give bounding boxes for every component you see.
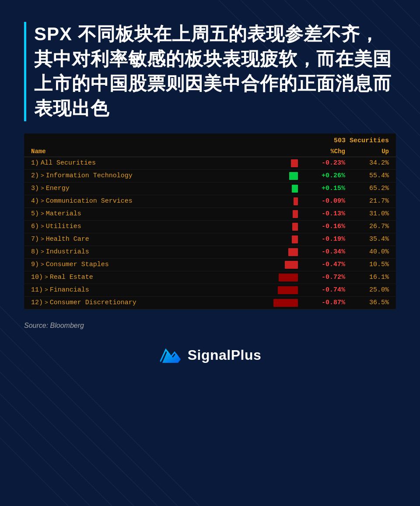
performance-bar bbox=[278, 286, 298, 294]
source-citation: Source: Bloomberg bbox=[24, 322, 396, 330]
row-sector-name: Consumer Staples bbox=[46, 261, 109, 268]
performance-bar bbox=[294, 197, 298, 205]
column-headers: Name %Chg Up bbox=[24, 146, 396, 157]
row-pct-cell: -0.13% bbox=[301, 210, 345, 218]
row-number: 10) bbox=[31, 274, 43, 281]
col-up-header: Up bbox=[345, 148, 389, 155]
row-bar-cell bbox=[249, 286, 301, 294]
row-number: 9) bbox=[31, 261, 39, 268]
row-pct-cell: -0.72% bbox=[301, 274, 345, 281]
table-row: 6) > Utilities-0.16%26.7% bbox=[24, 221, 396, 233]
row-arrow-icon: > bbox=[41, 223, 44, 230]
row-name-cell: 6) > Utilities bbox=[31, 223, 249, 230]
row-arrow-icon: > bbox=[41, 236, 44, 242]
table-row: 4) > Communication Services-0.09%21.7% bbox=[24, 195, 396, 208]
table-row: 5) > Materials-0.13%31.0% bbox=[24, 208, 396, 221]
row-pct-cell: -0.23% bbox=[301, 159, 345, 167]
row-arrow-icon: > bbox=[41, 198, 44, 204]
table-row: 2) > Information Technology+0.26%55.4% bbox=[24, 170, 396, 183]
row-up-cell: 26.7% bbox=[345, 223, 389, 230]
row-number: 8) bbox=[31, 248, 39, 256]
table-row: 8) > Industrials-0.34%40.0% bbox=[24, 246, 396, 259]
row-arrow-icon: > bbox=[45, 274, 48, 281]
row-pct-cell: -0.16% bbox=[301, 223, 345, 230]
footer-logo: SignalPlus bbox=[24, 346, 396, 365]
row-bar-cell bbox=[249, 248, 301, 256]
row-name-cell: 12) > Consumer Discretionary bbox=[31, 299, 249, 306]
row-up-cell: 35.4% bbox=[345, 235, 389, 243]
row-number: 7) bbox=[31, 235, 39, 243]
row-bar-cell bbox=[249, 299, 301, 307]
row-up-cell: 10.5% bbox=[345, 261, 389, 268]
row-pct-cell: -0.34% bbox=[301, 248, 345, 256]
row-up-cell: 21.7% bbox=[345, 197, 389, 205]
source-text: Source: Bloomberg bbox=[24, 322, 84, 329]
row-name-cell: 2) > Information Technology bbox=[31, 172, 249, 179]
table-row: 7) > Health Care-0.19%35.4% bbox=[24, 233, 396, 246]
row-up-cell: 55.4% bbox=[345, 172, 389, 179]
col-pct-header: %Chg bbox=[301, 148, 345, 155]
performance-bar bbox=[293, 210, 298, 218]
row-arrow-icon: > bbox=[45, 299, 48, 306]
row-sector-name: All Securities bbox=[41, 159, 96, 167]
row-up-cell: 36.5% bbox=[345, 299, 389, 306]
row-name-cell: 10) > Real Estate bbox=[31, 274, 249, 281]
row-pct-cell: -0.19% bbox=[301, 235, 345, 243]
row-up-cell: 31.0% bbox=[345, 210, 389, 218]
performance-bar bbox=[273, 299, 298, 307]
row-pct-cell: +0.15% bbox=[301, 185, 345, 192]
row-sector-name: Industrials bbox=[46, 248, 89, 256]
row-number: 4) bbox=[31, 197, 39, 205]
row-name-cell: 1) All Securities bbox=[31, 159, 249, 167]
table-header-row: 503 Securities bbox=[24, 134, 396, 146]
row-pct-cell: +0.26% bbox=[301, 172, 345, 179]
row-sector-name: Communication Services bbox=[46, 197, 133, 205]
performance-bar bbox=[288, 248, 298, 256]
row-up-cell: 65.2% bbox=[345, 185, 389, 192]
row-arrow-icon: > bbox=[41, 185, 44, 192]
svg-line-11 bbox=[0, 394, 112, 506]
logo-text: SignalPlus bbox=[188, 347, 262, 363]
performance-bar bbox=[289, 172, 298, 180]
table-row: 3) > Energy+0.15%65.2% bbox=[24, 183, 396, 195]
row-number: 12) bbox=[31, 299, 43, 306]
row-sector-name: Energy bbox=[46, 185, 70, 192]
row-sector-name: Health Care bbox=[46, 235, 89, 243]
table-row: 1) All Securities-0.23%34.2% bbox=[24, 157, 396, 170]
row-sector-name: Information Technology bbox=[46, 172, 133, 179]
row-bar-cell bbox=[249, 197, 301, 205]
row-up-cell: 25.0% bbox=[345, 286, 389, 294]
row-arrow-icon: > bbox=[41, 172, 44, 179]
row-name-cell: 9) > Consumer Staples bbox=[31, 261, 249, 268]
row-pct-cell: -0.47% bbox=[301, 261, 345, 268]
row-arrow-icon: > bbox=[41, 249, 44, 255]
row-number: 6) bbox=[31, 223, 39, 230]
data-table: 503 Securities Name %Chg Up 1) All Secur… bbox=[24, 134, 396, 309]
row-bar-cell bbox=[249, 159, 301, 167]
performance-bar bbox=[292, 223, 298, 231]
title-section: SPX 不同板块在上周五的表现参差不齐，其中对利率敏感的板块表现疲软，而在美国上… bbox=[24, 22, 396, 121]
svg-line-12 bbox=[0, 416, 90, 506]
row-bar-cell bbox=[249, 261, 301, 269]
performance-bar bbox=[285, 261, 298, 269]
svg-line-10 bbox=[0, 372, 134, 506]
table-row: 12) > Consumer Discretionary-0.87%36.5% bbox=[24, 297, 396, 309]
page-title: SPX 不同板块在上周五的表现参差不齐，其中对利率敏感的板块表现疲软，而在美国上… bbox=[34, 22, 396, 121]
row-sector-name: Financials bbox=[50, 286, 89, 294]
row-arrow-icon: > bbox=[41, 211, 44, 217]
row-number: 1) bbox=[31, 159, 39, 167]
row-number: 5) bbox=[31, 210, 39, 218]
row-name-cell: 5) > Materials bbox=[31, 210, 249, 218]
securities-count: 503 Securities bbox=[334, 137, 389, 144]
row-bar-cell bbox=[249, 274, 301, 281]
row-arrow-icon: > bbox=[45, 287, 48, 293]
table-row: 11) > Financials-0.74%25.0% bbox=[24, 284, 396, 297]
row-pct-cell: -0.74% bbox=[301, 286, 345, 294]
row-up-cell: 34.2% bbox=[345, 159, 389, 167]
col-bar-header bbox=[249, 148, 301, 155]
performance-bar bbox=[292, 185, 298, 193]
row-sector-name: Utilities bbox=[46, 223, 81, 230]
performance-bar bbox=[292, 235, 298, 243]
row-bar-cell bbox=[249, 210, 301, 218]
col-name-header: Name bbox=[31, 148, 249, 155]
